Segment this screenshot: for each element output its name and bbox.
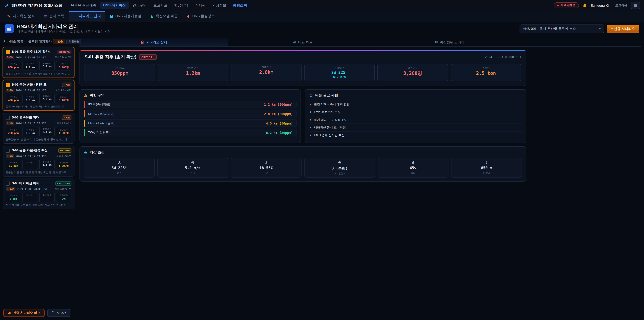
recommendation-item: Level B 화학복 착용	[309, 108, 522, 116]
stat-label: 최대농도	[6, 194, 20, 197]
scenario-card[interactable]: S-02 풍향 변화 시나리오 HIGH T+1h 2024.11.03 09:…	[3, 80, 74, 111]
stat-value: 2.8 km	[40, 65, 54, 68]
nav-item[interactable]: 항공탐색	[171, 2, 191, 9]
bullet-icon	[310, 104, 311, 105]
hamburger-menu-button[interactable]	[631, 2, 640, 9]
tab-scenario-management[interactable]: 시나리오 관리	[69, 11, 105, 21]
detail-stat-value: 2.8km	[234, 70, 298, 75]
scenario-card[interactable]: S-03 연속유출 확대 HIGH T+3h 2024.11.03 11:00 …	[3, 113, 74, 144]
scenario-datetime: 2024.11.03 09:00 KST	[16, 89, 46, 92]
incident-select-value: HNS-001 · 울산 온산항 톨루엔 누출	[523, 26, 576, 31]
logout-button[interactable]: 로그아웃	[615, 3, 627, 8]
tab-diffusion-overlay[interactable]: 확산범위 오버레이	[377, 38, 525, 46]
compare-scenarios-button[interactable]: 선택 시나리오 비교	[3, 309, 45, 317]
stat-label: 최대농도	[6, 62, 20, 66]
scenario-card-top: S-03 연속유출 확대 HIGH	[6, 115, 72, 120]
scenario-card[interactable]: S-04 유출 차단·잔류 확산 MEDIUM T+6h 2024.11.03 …	[3, 146, 74, 177]
scenario-checkbox[interactable]	[6, 181, 10, 185]
nav-item[interactable]: 통합조회	[230, 2, 250, 9]
scenario-description: 톨루엔 2.5톤 순간 유출. SW 풍향으로 온산 산업단지 방향 확산. I…	[6, 72, 72, 76]
stat-box: ERPG-2 2.1 km	[39, 94, 55, 103]
detail-severity-badge: CRITICAL	[139, 54, 156, 60]
scenario-wind: 풍속 3.5m/s S	[57, 122, 72, 125]
nav-item[interactable]: 보고자료	[150, 2, 170, 9]
wing-logo-icon	[4, 3, 9, 8]
stat-box: IDLH반경 —	[22, 160, 38, 169]
scenario-card[interactable]: S-01 유출 직후 (초기 확산) CRITICAL T+0h 2024.11…	[3, 47, 74, 78]
scenario-card[interactable]: S-05 대기확산 해제 RESOLVED T+12h 2024.11.03 2…	[3, 179, 74, 209]
tab-label: HNS 물질정보	[192, 14, 215, 19]
tab-diffusion-analysis[interactable]: 대기확산 분석	[3, 11, 39, 21]
severity-badge: RESOLVED	[55, 181, 72, 186]
list-icon	[44, 14, 47, 18]
app-root: 해양환경 위기대응 통합시스템 유출유 확산예측 HNS·대기확산 긴급구난 보…	[0, 0, 644, 320]
nav-item[interactable]: 기상정보	[209, 2, 229, 9]
nav-item[interactable]: 게시판	[192, 2, 208, 9]
recommendation-item: 해양확산 동시 모니터링	[309, 124, 522, 132]
tab-compare-chart[interactable]: 비교 차트	[228, 38, 377, 46]
weather-cell-wind-direction: SW 225° 풍향	[84, 158, 155, 178]
stat-value: 0.8 km	[23, 99, 37, 102]
detail-datetime: 2024.11.03 08:00 KST	[485, 55, 521, 59]
stat-box: 영향인구 1,200명	[56, 160, 72, 169]
stat-box: IDLH반경 1.2 km	[22, 61, 38, 71]
nav-item[interactable]: 긴급구난	[130, 2, 150, 9]
severity-badge: MEDIUM	[58, 148, 72, 153]
detail-stat-box: 영향인구 3,200명	[378, 64, 448, 81]
clipboard-icon	[140, 40, 144, 44]
shield-icon	[309, 94, 313, 97]
scenario-meta: T+6h 2024.11.03 14:00 KST 풍속 4.1m/s W	[6, 154, 72, 158]
brand[interactable]: 해양환경 위기대응 통합시스템	[4, 3, 62, 8]
scenario-stats: 최대농도 850 ppm IDLH반경 1.2 km ERP	[6, 61, 72, 71]
tab-analysis-list[interactable]: 분석 목록	[39, 11, 69, 21]
risk-zone-value: 6.2 km (20ppm)	[266, 131, 293, 134]
tab-hns-substance-info[interactable]: HNS 물질정보	[182, 11, 219, 21]
stat-label: ERPG-2	[40, 194, 54, 196]
stat-label: 영향인구	[57, 128, 71, 131]
scenario-checkbox[interactable]	[6, 83, 10, 87]
tab-model-theory[interactable]: 확산모델 이론	[146, 11, 182, 21]
chevron-down-icon	[599, 27, 600, 31]
temperature-icon	[264, 160, 268, 164]
stat-label: 최대농도	[6, 161, 20, 164]
mixing-height-icon	[484, 160, 488, 164]
bell-icon[interactable]	[582, 3, 587, 8]
scenario-checkbox[interactable]	[6, 149, 10, 153]
scenario-checkbox[interactable]	[6, 116, 10, 120]
sort-by-risk-button[interactable]: 위험도순	[66, 39, 81, 44]
stat-label: 최대농도	[6, 95, 20, 98]
report-button[interactable]: 보고서	[48, 309, 70, 317]
scenario-card-top: S-02 풍향 변화 시나리오 HIGH	[6, 83, 72, 87]
scenario-stats: 최대농도 85 ppm IDLH반경 — ERPG-2	[6, 160, 72, 169]
new-scenario-button[interactable]: + 신규 시나리오	[606, 25, 639, 33]
nav-item[interactable]: HNS·대기확산	[100, 2, 129, 9]
tab-hns-manual[interactable]: HNS 대응매뉴얼	[105, 11, 146, 21]
risk-action-row: 위험 구역 IDLH (즉시위험) 1.2 km (500ppm)	[80, 89, 526, 143]
stat-label: 영향인구	[57, 62, 71, 66]
incident-select[interactable]: HNS-001 · 울산 온산항 톨루엔 누출	[520, 24, 604, 33]
detail-stats: 최대농도 850ppm IDLH 반경 1.2km	[84, 64, 521, 81]
scenario-checkbox[interactable]	[6, 50, 10, 54]
wrench-icon	[7, 14, 11, 18]
stat-value: 1.8 km	[40, 131, 54, 134]
detail-stat-label: IDLH 반경	[161, 66, 226, 70]
sidebar-title: 시나리오 목록 — 톨루엔 대기확산	[3, 40, 52, 44]
tab-scenario-detail[interactable]: 시나리오 상세	[80, 38, 228, 46]
stat-label: ERPG-2	[40, 161, 54, 163]
tab-label: HNS 대응매뉴얼	[116, 14, 142, 19]
recommendation-list: 반경 1.2km 즉시 대피 명령 Level B 화학복 착용	[309, 101, 522, 139]
detail-header: S-01 유출 직후 (초기 확산) CRITICAL 2024.11.03 0…	[84, 54, 521, 60]
sort-by-time-button[interactable]: 시간순	[53, 39, 65, 44]
weather-cell-stability: D (중립) 대기안정도	[304, 158, 375, 178]
weather-value: D (중립)	[332, 166, 348, 171]
scenario-title: S-02 풍향 변화 시나리오	[12, 83, 60, 87]
weather-panel-header: 기상 조건	[84, 150, 522, 155]
scenario-card-top: S-05 대기확산 해제 RESOLVED	[6, 181, 72, 186]
nav-item[interactable]: 유출유 확산예측	[68, 2, 100, 9]
weather-label: 혼합고	[483, 171, 490, 175]
status-dot-icon	[557, 5, 559, 6]
weather-cell-wind-speed: 5.2 m/s 풍속	[157, 158, 228, 178]
stat-value: 4,800명	[57, 132, 71, 135]
severity-badge: HIGH	[62, 115, 72, 120]
recommendation-item: IDLH 경계 실시간 측정	[309, 132, 522, 139]
